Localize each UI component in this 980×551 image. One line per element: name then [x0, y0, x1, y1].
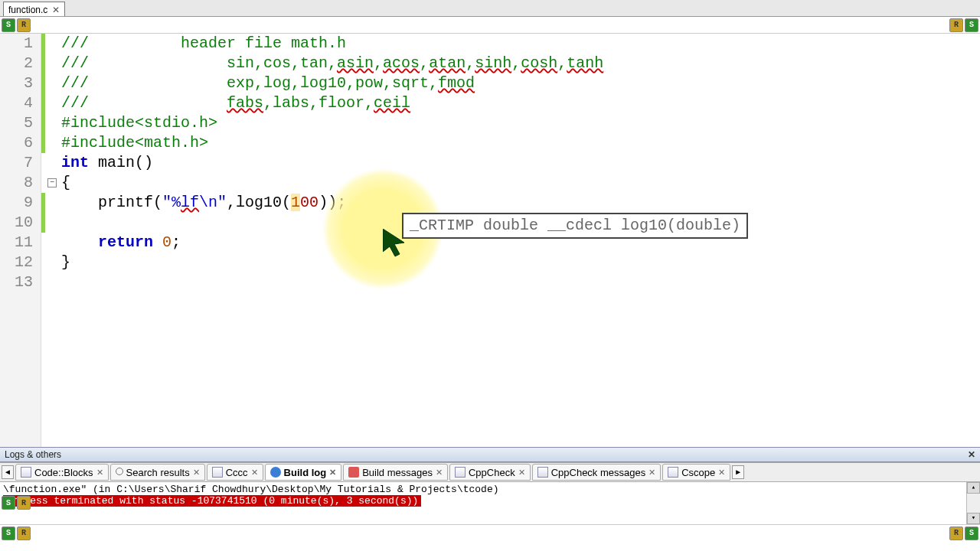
tool-button-r2[interactable]: R: [949, 527, 963, 540]
build-log-output[interactable]: \function.exe" (in C:\Users\Sharif Chowd…: [0, 482, 980, 524]
code-line[interactable]: #include<stdio.h>: [61, 113, 980, 133]
tool-button-s[interactable]: S: [2, 18, 15, 32]
fold-column: −: [46, 34, 61, 447]
code-line[interactable]: /// exp,log,log10,pow,sqrt,fmod: [61, 73, 980, 93]
doc-icon: [455, 467, 466, 478]
scrollbar-vertical[interactable]: ▴ ▾: [966, 482, 980, 524]
close-icon[interactable]: ✕: [96, 468, 103, 478]
scroll-down-icon[interactable]: ▾: [967, 513, 980, 524]
msg-icon: [348, 467, 359, 478]
code-line[interactable]: {: [61, 173, 980, 193]
file-tab-label: function.c: [8, 5, 47, 15]
log-tab-label: Code::Blocks: [34, 467, 93, 478]
tool-button-s[interactable]: S: [2, 496, 15, 510]
logs-tabstrip: ◄ Code::Blocks✕Search results✕Cccc✕Build…: [0, 462, 980, 482]
log-line-error: Process terminated with status -10737415…: [3, 495, 421, 507]
fold-toggle-icon[interactable]: −: [47, 178, 57, 187]
close-icon[interactable]: ✕: [718, 468, 725, 478]
log-tab-label: Build messages: [362, 467, 433, 478]
editor-toolbar: S R R S: [0, 17, 980, 34]
tool-button-s[interactable]: S: [2, 527, 15, 540]
code-line[interactable]: /// fabs,labs,floor,ceil: [61, 93, 980, 113]
file-tabstrip: function.c ✕: [0, 0, 980, 17]
log-tab-label: CppCheck messages: [551, 467, 646, 478]
log-tab-label: CppCheck: [469, 467, 515, 478]
line-number-gutter: 12345678910111213: [0, 34, 41, 447]
close-icon[interactable]: ✕: [518, 468, 525, 478]
close-icon[interactable]: ✕: [648, 468, 655, 478]
close-icon[interactable]: ✕: [52, 5, 60, 15]
close-icon[interactable]: ✕: [193, 468, 200, 478]
logs-panel-title: Logs & others: [5, 449, 61, 460]
tool-button-s2[interactable]: S: [965, 18, 978, 32]
code-line[interactable]: /// header file math.h: [61, 34, 980, 54]
log-tab-cccc[interactable]: Cccc✕: [207, 464, 263, 481]
scroll-up-icon[interactable]: ▴: [967, 482, 980, 494]
close-icon[interactable]: ✕: [251, 468, 258, 478]
log-tab-label: Build log: [284, 467, 327, 478]
doc-icon: [21, 467, 31, 478]
scroll-left-icon[interactable]: ◄: [2, 465, 14, 479]
log-tab-label: Search results: [126, 467, 190, 478]
log-tab-build-log[interactable]: Build log✕: [265, 464, 342, 481]
log-tab-cppcheck-messages[interactable]: CppCheck messages✕: [532, 464, 662, 481]
doc-icon: [212, 467, 223, 478]
log-tab-label: Cccc: [226, 467, 248, 478]
status-bar: S R R S: [0, 524, 980, 541]
logs-panel-header[interactable]: Logs & others ✕: [0, 447, 980, 462]
code-line[interactable]: /// sin,cos,tan,asin,acos,atan,sinh,cosh…: [61, 54, 980, 73]
log-tab-cscope[interactable]: Cscope✕: [662, 464, 730, 481]
log-tab-build-messages[interactable]: Build messages✕: [343, 464, 448, 481]
tool-button-r2[interactable]: R: [949, 18, 963, 32]
tool-button-r[interactable]: R: [17, 18, 31, 32]
tool-button-s2[interactable]: S: [965, 527, 978, 540]
log-tab-cppcheck[interactable]: CppCheck✕: [449, 464, 531, 481]
close-icon[interactable]: ✕: [329, 468, 336, 478]
close-icon[interactable]: ✕: [436, 468, 443, 478]
code-editor[interactable]: 12345678910111213 − _CRTIMP double __cde…: [0, 34, 980, 447]
log-tab-label: Cscope: [681, 467, 715, 478]
doc-icon: [537, 467, 548, 478]
log-line: \function.exe" (in C:\Users\Sharif Chowd…: [3, 484, 977, 495]
close-icon[interactable]: ✕: [968, 449, 975, 460]
search-icon: [116, 468, 123, 475]
build-icon: [270, 467, 281, 478]
code-line[interactable]: printf("%lf\n",log10(100));: [61, 193, 980, 213]
scroll-right-icon[interactable]: ►: [732, 465, 744, 479]
tool-button-r[interactable]: R: [17, 527, 31, 540]
log-tab-code-blocks[interactable]: Code::Blocks✕: [15, 464, 109, 481]
code-line[interactable]: int main(): [61, 153, 980, 173]
file-tab[interactable]: function.c ✕: [3, 2, 65, 16]
doc-icon: [668, 467, 678, 478]
log-tab-search-results[interactable]: Search results✕: [110, 464, 205, 481]
code-line[interactable]: #include<math.h>: [61, 133, 980, 153]
tool-button-r[interactable]: R: [17, 496, 31, 510]
code-area[interactable]: _CRTIMP double __cdecl log10(double) ///…: [61, 34, 980, 447]
code-line[interactable]: }: [61, 253, 980, 272]
code-line[interactable]: [61, 272, 980, 292]
parameter-hint-tooltip: _CRTIMP double __cdecl log10(double): [402, 213, 748, 239]
